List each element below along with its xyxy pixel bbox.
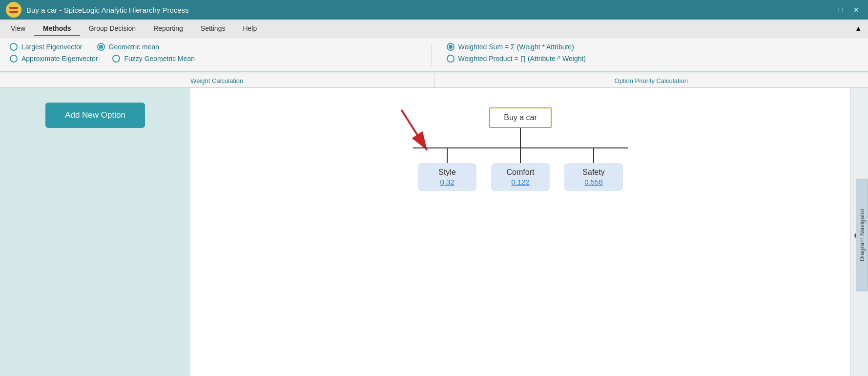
radio-approx-eigenvector[interactable]: Approximate Eigenvector xyxy=(10,55,98,63)
option-priority-label: Option Priority Calculation xyxy=(434,74,868,87)
radio-label-largest-eigenvector: Largest Eigenvector xyxy=(21,43,83,51)
diagram-navigator-tab[interactable]: Diagram Navigator xyxy=(856,179,868,291)
root-vertical-line xyxy=(520,128,521,147)
menu-item-group-decision[interactable]: Group Decision xyxy=(80,21,145,36)
hierarchy-diagram: Buy a car Style 0.32 xyxy=(413,107,628,191)
add-new-option-button[interactable]: Add New Option xyxy=(45,103,145,128)
diagram-area: Buy a car Style 0.32 xyxy=(190,88,850,376)
child-node-comfort: Comfort 0.122 xyxy=(486,148,555,191)
radio-circle-weighted-sum xyxy=(447,43,455,51)
comfort-value[interactable]: 0.122 xyxy=(501,178,540,186)
child-box-style[interactable]: Style 0.32 xyxy=(418,163,476,191)
option-priority-row2: Weighted Product = ∏ (Attribute ^ Weight… xyxy=(447,55,859,63)
safety-value[interactable]: 0.558 xyxy=(574,178,613,186)
menu-item-settings[interactable]: Settings xyxy=(192,21,234,36)
weight-calc-row1: Largest Eigenvector Geometric mean xyxy=(10,43,422,51)
root-node-label: Buy a car xyxy=(504,113,537,122)
radio-label-approx-eigenvector: Approximate Eigenvector xyxy=(21,55,98,63)
menu-item-view[interactable]: View xyxy=(2,21,34,36)
minimize-button[interactable]: − xyxy=(819,4,831,16)
tree-connector xyxy=(413,128,628,148)
title-bar: Buy a car - SpiceLogic Analytic Hierarch… xyxy=(0,0,868,20)
root-node[interactable]: Buy a car xyxy=(489,107,552,128)
left-sidebar: Add New Option xyxy=(0,88,190,376)
child-branches: Style 0.32 Comfort 0.122 Safet xyxy=(413,148,628,191)
window-controls: − □ ✕ xyxy=(819,4,862,16)
menu-item-methods[interactable]: Methods xyxy=(34,21,80,36)
child-node-safety: Safety 0.558 xyxy=(559,148,628,191)
option-priority-footer-text: Option Priority Calculation xyxy=(615,77,688,84)
app-icon xyxy=(6,2,21,18)
radio-label-geometric-mean: Geometric mean xyxy=(109,43,159,51)
branch-line-style xyxy=(447,148,448,163)
menu-item-help[interactable]: Help xyxy=(234,21,266,36)
style-label: Style xyxy=(428,168,467,177)
weight-calc-label: Weight Calculation xyxy=(0,74,434,87)
close-button[interactable]: ✕ xyxy=(850,4,862,16)
radio-weighted-product[interactable]: Weighted Product = ∏ (Attribute ^ Weight… xyxy=(447,55,586,63)
menu-bar: View Methods Group Decision Reporting Se… xyxy=(0,20,868,38)
radio-label-fuzzy-geometric: Fuzzy Geometric Mean xyxy=(124,55,195,63)
child-node-style: Style 0.32 xyxy=(413,148,481,191)
methods-footer: Weight Calculation Option Priority Calcu… xyxy=(0,74,868,88)
menu-item-reporting[interactable]: Reporting xyxy=(145,21,192,36)
option-priority-row1: Weighted Sum = Σ (Weight * Attribute) xyxy=(447,43,859,51)
branch-line-safety xyxy=(593,148,594,163)
radio-label-weighted-product: Weighted Product = ∏ (Attribute ^ Weight… xyxy=(458,55,586,63)
menu-collapse-button[interactable]: ▲ xyxy=(850,22,866,35)
child-box-safety[interactable]: Safety 0.558 xyxy=(564,163,623,191)
safety-label: Safety xyxy=(574,168,613,177)
option-priority-section: Weighted Sum = Σ (Weight * Attribute) We… xyxy=(432,43,859,66)
right-panel: ❮ Diagram Navigator xyxy=(850,88,868,376)
menu-items: View Methods Group Decision Reporting Se… xyxy=(2,21,266,36)
child-box-comfort[interactable]: Comfort 0.122 xyxy=(491,163,550,191)
weight-calculation-section: Largest Eigenvector Geometric mean Appro… xyxy=(10,43,432,66)
branch-line-comfort xyxy=(520,148,521,163)
comfort-label: Comfort xyxy=(501,168,540,177)
radio-circle-fuzzy-geometric xyxy=(112,55,120,63)
weight-calc-footer-text: Weight Calculation xyxy=(190,77,243,84)
radio-label-weighted-sum: Weighted Sum = Σ (Weight * Attribute) xyxy=(458,43,574,51)
main-content: Add New Option Buy a car xyxy=(0,88,868,376)
title-bar-left: Buy a car - SpiceLogic Analytic Hierarch… xyxy=(6,2,189,18)
style-value[interactable]: 0.32 xyxy=(428,178,467,186)
methods-panel: Largest Eigenvector Geometric mean Appro… xyxy=(0,38,868,72)
radio-weighted-sum[interactable]: Weighted Sum = Σ (Weight * Attribute) xyxy=(447,43,574,51)
weight-calc-row2: Approximate Eigenvector Fuzzy Geometric … xyxy=(10,55,422,63)
radio-circle-geometric-mean xyxy=(97,43,105,51)
radio-circle-largest-eigenvector xyxy=(10,43,18,51)
radio-geometric-mean[interactable]: Geometric mean xyxy=(97,43,159,51)
maximize-button[interactable]: □ xyxy=(835,4,847,16)
app-title: Buy a car - SpiceLogic Analytic Hierarch… xyxy=(26,6,189,14)
radio-fuzzy-geometric[interactable]: Fuzzy Geometric Mean xyxy=(112,55,195,63)
radio-circle-approx-eigenvector xyxy=(10,55,18,63)
radio-circle-weighted-product xyxy=(447,55,455,63)
radio-largest-eigenvector[interactable]: Largest Eigenvector xyxy=(10,43,83,51)
